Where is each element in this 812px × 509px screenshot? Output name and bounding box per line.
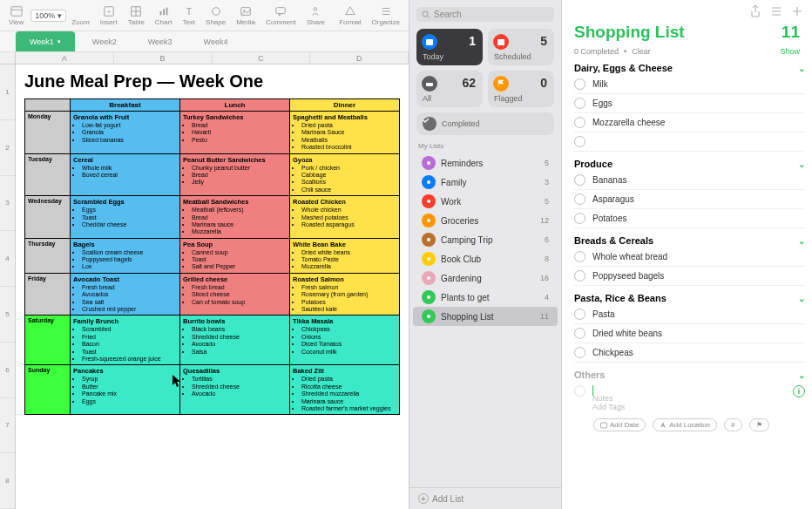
reminder-item-blank[interactable] xyxy=(574,132,805,152)
meal-cell-breakfast[interactable]: Family BrunchScrambledFriedBaconToastFre… xyxy=(71,316,180,365)
reminder-item[interactable]: Chickpeas xyxy=(574,343,805,363)
meal-cell-dinner[interactable]: GyozaPork / chickenCabbageScallionsChili… xyxy=(290,153,400,196)
sidebar-list-item[interactable]: Reminders5 xyxy=(413,153,558,173)
reminder-item[interactable]: Asparagus xyxy=(574,190,805,209)
checkbox[interactable] xyxy=(574,385,585,397)
reminder-item[interactable]: Potatoes xyxy=(574,209,805,228)
day-cell[interactable]: Monday xyxy=(25,112,71,154)
meal-cell-lunch[interactable]: Peanut Butter SandwichesChunky peanut bu… xyxy=(180,153,290,196)
sheet-tab[interactable]: Week2 xyxy=(78,31,131,51)
meal-cell-breakfast[interactable]: Granola with FruitLow-fat yogurtGranolaS… xyxy=(71,112,180,154)
section-header[interactable]: Produce⌄ xyxy=(574,157,805,171)
add-tag-button[interactable]: # xyxy=(724,418,741,431)
chart-button[interactable]: Chart xyxy=(152,5,176,26)
day-cell[interactable]: Friday xyxy=(25,273,71,316)
day-cell[interactable]: Wednesday xyxy=(25,196,71,239)
row-head[interactable]: 5 xyxy=(0,287,15,343)
row-head[interactable]: 6 xyxy=(0,343,15,398)
meal-cell-lunch[interactable]: Grilled cheeseFresh breadSliced cheeseCa… xyxy=(180,273,290,316)
column-head[interactable]: B xyxy=(114,52,213,64)
row-head[interactable]: 7 xyxy=(0,398,15,454)
organize-button[interactable]: Organize xyxy=(369,5,403,26)
section-header[interactable]: Dairy, Eggs & Cheese⌄ xyxy=(574,61,805,75)
meal-cell-lunch[interactable]: Burrito bowlsBlack beansShredded cheeseA… xyxy=(180,316,290,365)
meal-cell-lunch[interactable]: QuesadillasTortillasShredded cheeseAvoca… xyxy=(180,365,290,415)
checkbox[interactable] xyxy=(574,98,585,109)
meal-cell-breakfast[interactable]: PancakesSyrupButterPancake mixEggs xyxy=(71,365,180,415)
tile-scheduled[interactable]: 5 Scheduled xyxy=(488,29,554,65)
checkbox[interactable] xyxy=(574,328,585,339)
sheet-tab[interactable]: Week1 xyxy=(16,31,75,51)
reminder-item[interactable]: Mozzarella cheese xyxy=(574,113,805,132)
spreadsheet-canvas[interactable]: June Meal Prep — Week One Breakfast Lunc… xyxy=(16,64,409,509)
meal-cell-lunch[interactable]: Turkey SandwichesBreadHavartiPesto xyxy=(180,112,290,154)
reminder-item[interactable]: Dried white beans xyxy=(574,324,805,343)
sidebar-list-item[interactable]: Family3 xyxy=(413,173,558,192)
row-head[interactable]: 4 xyxy=(0,231,15,287)
shape-button[interactable]: Shape xyxy=(202,5,229,26)
row-head[interactable]: 8 xyxy=(0,453,15,509)
section-header[interactable]: Pasta, Rice & Beans⌄ xyxy=(574,291,805,305)
meal-cell-breakfast[interactable]: BagelsScallion cream cheesePoppyseed bag… xyxy=(71,238,180,273)
show-button[interactable]: Show xyxy=(780,47,800,56)
header-day[interactable] xyxy=(25,99,71,112)
meal-cell-lunch[interactable]: Meatball SandwichesMeatball (leftovers)B… xyxy=(180,196,290,239)
add-reminder-icon[interactable] xyxy=(791,5,803,17)
reminder-item[interactable]: Pasta xyxy=(574,305,805,324)
meal-cell-dinner[interactable]: White Bean BakeDried white beansTomato P… xyxy=(290,238,400,273)
checkbox[interactable] xyxy=(574,270,585,282)
column-head[interactable]: D xyxy=(310,52,409,64)
checkbox[interactable] xyxy=(574,193,585,205)
sidebar-list-item[interactable]: Shopping List11 xyxy=(413,307,558,326)
insert-button[interactable]: +Insert xyxy=(97,5,121,26)
row-head[interactable]: 2 xyxy=(0,120,15,176)
search-input[interactable]: Search xyxy=(416,7,554,22)
row-head[interactable]: 3 xyxy=(0,176,15,232)
checkbox[interactable] xyxy=(574,309,585,320)
column-head[interactable]: A xyxy=(16,52,114,64)
tile-all[interactable]: 62 All xyxy=(416,71,483,107)
checkbox[interactable] xyxy=(574,347,585,358)
meal-cell-dinner[interactable]: Roasted SalmonFresh salmonRosemary (from… xyxy=(290,273,400,316)
meal-cell-dinner[interactable]: Tikka MasalaChickpeasOnionsDiced Tomatos… xyxy=(290,316,400,365)
tile-flagged[interactable]: 0 Flagged xyxy=(488,71,554,107)
share-icon[interactable] xyxy=(749,5,761,17)
meal-plan-table[interactable]: Breakfast Lunch Dinner MondayGranola wit… xyxy=(24,98,400,415)
sheet-tab[interactable]: Week4 xyxy=(190,31,242,51)
add-list-button[interactable]: + Add List xyxy=(409,487,561,509)
sidebar-list-item[interactable]: Gardening16 xyxy=(413,268,558,288)
day-cell[interactable]: Saturday xyxy=(25,316,71,365)
reminder-item[interactable]: Eggs xyxy=(574,94,805,113)
meal-cell-dinner[interactable]: Spaghetti and MeatballsDried pastaMarina… xyxy=(290,112,400,154)
reminder-item[interactable]: Bananas xyxy=(574,171,805,190)
meal-cell-lunch[interactable]: Pea SoupCanned soupToastSalt and Pepper xyxy=(180,238,290,273)
checkbox[interactable] xyxy=(574,78,585,90)
table-button[interactable]: Table xyxy=(125,5,148,26)
checkbox[interactable] xyxy=(574,251,585,262)
column-head[interactable]: C xyxy=(213,52,311,64)
sheet-title[interactable]: June Meal Prep — Week One xyxy=(24,71,400,92)
meal-cell-breakfast[interactable]: Scrambled EggsEggsToastCheddar cheese xyxy=(71,196,180,239)
sidebar-list-item[interactable]: Groceries12 xyxy=(413,211,558,230)
info-icon[interactable]: i xyxy=(793,385,805,397)
media-button[interactable]: Media xyxy=(233,5,259,26)
checkbox[interactable] xyxy=(574,213,585,224)
day-cell[interactable]: Thursday xyxy=(25,238,71,273)
day-cell[interactable]: Tuesday xyxy=(25,153,71,196)
tile-completed[interactable]: Completed xyxy=(416,112,554,135)
sidebar-list-item[interactable]: Work5 xyxy=(413,192,558,211)
new-reminder-row[interactable]: NotesAdd Tagsi xyxy=(574,382,805,415)
comment-button[interactable]: Comment xyxy=(262,5,300,26)
header-lunch[interactable]: Lunch xyxy=(180,99,290,112)
checkbox[interactable] xyxy=(574,117,585,128)
reminder-item[interactable]: Whole wheat bread xyxy=(574,248,805,267)
add-date-button[interactable]: Add Date xyxy=(593,418,646,431)
header-dinner[interactable]: Dinner xyxy=(290,99,400,112)
meal-cell-breakfast[interactable]: Avocado ToastFresh breadAvocadosSea salt… xyxy=(71,273,180,316)
toggle-sidebar-icon[interactable] xyxy=(770,5,782,17)
view-button[interactable]: View xyxy=(5,5,27,26)
sheet-tab[interactable]: Week3 xyxy=(134,31,186,51)
section-header[interactable]: Others⌄ xyxy=(574,368,805,382)
row-head[interactable]: 1 xyxy=(0,64,15,120)
share-button[interactable]: Share xyxy=(303,5,328,26)
